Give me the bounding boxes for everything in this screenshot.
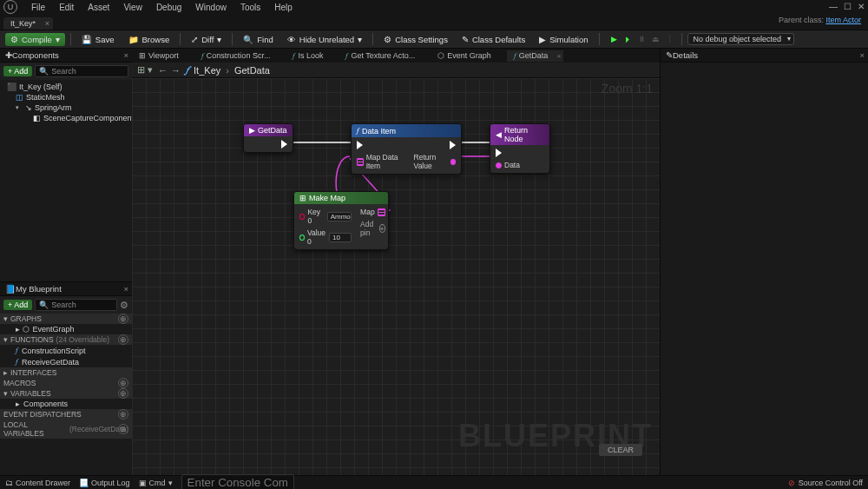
add-blueprint-button[interactable]: + Add (3, 300, 32, 310)
add-variable-icon[interactable]: ⊕ (118, 388, 128, 399)
gear-icon[interactable]: ⚙ (120, 300, 128, 311)
zoom-indicator: Zoom 1:1 (602, 82, 653, 96)
return-value-pin[interactable]: Return Value (414, 153, 456, 170)
key0-input[interactable]: Ammo (327, 212, 352, 221)
menu-debug[interactable]: Debug (149, 3, 188, 12)
component-static-mesh[interactable]: ◫ StaticMesh (0, 92, 132, 102)
component-root[interactable]: ⬛ It_Key (Self) (0, 82, 132, 92)
play-options-button[interactable]: ⋮ (664, 33, 676, 45)
close-icon[interactable]: × (123, 50, 128, 60)
debug-object-selector[interactable]: No debug object selected (687, 33, 795, 45)
save-button[interactable]: 💾 Save (76, 33, 120, 46)
main-toolbar: ⚙ Compile ▾ 💾 Save 📁 Browse ⤢ Diff ▾ 🔍 F… (0, 30, 868, 49)
add-macro-icon[interactable]: ⊕ (118, 378, 128, 388)
details-panel-header: ✎ Details × (661, 49, 868, 63)
event-dispatchers-section[interactable]: Event Dispatchers⊕ (0, 409, 132, 420)
my-blueprint-title: My Blueprint (16, 284, 62, 294)
nav-back-button[interactable]: ← (158, 65, 168, 76)
exec-in-pin[interactable] (357, 141, 405, 149)
browse-button[interactable]: 📁 Browse (123, 33, 175, 46)
components-search[interactable]: 🔍 Search (35, 65, 128, 77)
play-step-button[interactable]: ⏵ (622, 33, 635, 45)
event-graph-item[interactable]: ▸ ⬡ EventGraph (0, 324, 132, 334)
class-settings-button[interactable]: ⚙ Class Settings (378, 33, 453, 46)
clear-button[interactable]: CLEAR (599, 444, 642, 456)
close-icon[interactable]: × (557, 52, 562, 60)
component-scene-capture[interactable]: ◧ SceneCaptureComponent2D (0, 113, 132, 123)
output-log-button[interactable]: 📃 Output Log (79, 479, 130, 487)
menu-help[interactable]: Help (267, 3, 299, 12)
add-pin-button[interactable]: Add pin+ (360, 220, 385, 237)
value0-pin[interactable]: Value 0 10 (299, 228, 352, 246)
document-tab[interactable]: It_Key* × (3, 17, 53, 30)
exec-out-pin[interactable] (450, 141, 456, 149)
menu-tools[interactable]: Tools (233, 3, 267, 12)
close-icon[interactable]: × (123, 284, 128, 294)
find-button[interactable]: 🔍 Find (238, 33, 278, 46)
exec-in-pin[interactable] (496, 149, 520, 157)
breadcrumb-function[interactable]: GetData (234, 65, 270, 76)
menu-edit[interactable]: Edit (52, 3, 81, 12)
grid-icon[interactable]: ⊞ ▾ (137, 64, 153, 76)
tab-is-look[interactable]: 𝑓 Is Look (286, 50, 339, 62)
close-icon[interactable]: × (45, 19, 49, 28)
map-data-item-pin[interactable]: Map Data Item (357, 153, 405, 170)
menu-asset[interactable]: Asset (81, 3, 116, 12)
class-defaults-button[interactable]: ✎ Class Defaults (457, 33, 530, 46)
breadcrumb-bar: ⊞ ▾ ← → 𝑓 It_Key › GetData (132, 63, 660, 78)
add-local-var-icon[interactable]: ⊕ (118, 424, 128, 434)
macros-section[interactable]: Macros⊕ (0, 378, 132, 388)
simulation-button[interactable]: ▶ Simulation (534, 33, 593, 46)
receive-get-data-item[interactable]: 𝑓 ReceiveGetData (0, 356, 132, 367)
component-spring-arm[interactable]: ▾↘ SpringArm (0, 102, 132, 113)
content-drawer-button[interactable]: 🗂 Content Drawer (5, 479, 70, 487)
interfaces-section[interactable]: ▸ Interfaces (0, 367, 132, 378)
graph-canvas[interactable]: Zoom 1:1 BLUEPRINT ▶ GetData (132, 78, 660, 480)
play-button[interactable]: ▶ (608, 33, 621, 45)
local-variables-section[interactable]: Local Variables (ReceiveGetData)⊕ (0, 420, 132, 439)
tab-get-texture-actor[interactable]: 𝑓 Get Texture Acto... (339, 50, 431, 62)
node-make-map[interactable]: ⊞ Make Map Key 0 Ammo Value 0 10 Map Add… (293, 191, 389, 250)
tab-viewport[interactable]: ⊞ Viewport (132, 50, 194, 61)
tab-construction-script[interactable]: 𝑓 Construction Scr... (194, 50, 286, 62)
construction-script-item[interactable]: 𝑓 ConstructionScript (0, 345, 132, 356)
close-button[interactable]: ✕ (854, 0, 868, 12)
data-pin[interactable]: Data (496, 161, 520, 169)
map-out-pin[interactable]: Map (360, 208, 385, 216)
exec-out-pin[interactable] (281, 140, 287, 149)
pause-button[interactable]: ⏸ (636, 33, 648, 45)
breadcrumb-asset[interactable]: It_Key (194, 65, 220, 76)
add-component-button[interactable]: + Add (3, 66, 32, 76)
menu-window[interactable]: Window (188, 3, 233, 12)
value0-input[interactable]: 10 (329, 233, 352, 242)
node-data-item[interactable]: 𝑓 Data Item Map Data Item Return Value (351, 123, 462, 175)
variables-section[interactable]: ▾ Variables⊕ (0, 388, 132, 399)
functions-section[interactable]: ▾ Functions (24 Overridable)⊕ (0, 334, 132, 345)
parent-class-link[interactable]: Item Actor (825, 16, 861, 24)
maximize-button[interactable]: ☐ (840, 0, 854, 12)
tab-get-data[interactable]: 𝑓 GetData× (507, 50, 564, 62)
hide-unrelated-button[interactable]: 👁 Hide Unrelated ▾ (282, 33, 367, 46)
add-dispatcher-icon[interactable]: ⊕ (118, 409, 128, 420)
diff-button[interactable]: ⤢ Diff ▾ (186, 33, 227, 46)
stop-button[interactable]: ⏏ (650, 33, 662, 45)
source-control-button[interactable]: ⊘Source Control Off (788, 479, 863, 487)
key0-pin[interactable]: Key 0 Ammo (299, 208, 352, 225)
compile-button[interactable]: ⚙ Compile ▾ (5, 33, 65, 46)
node-return[interactable]: ◀ Return Node Data (490, 123, 550, 174)
add-function-icon[interactable]: ⊕ (118, 334, 128, 345)
close-icon[interactable]: × (859, 50, 865, 60)
add-graph-icon[interactable]: ⊕ (118, 314, 128, 324)
graphs-section[interactable]: ▾ Graphs⊕ (0, 314, 132, 324)
menu-file[interactable]: File (24, 3, 52, 12)
node-getdata-entry[interactable]: ▶ GetData (243, 123, 293, 153)
my-blueprint-search[interactable]: 🔍 Search (35, 299, 117, 311)
components-variable[interactable]: ▸ Components (0, 399, 132, 409)
cmd-dropdown[interactable]: ▣ Cmd ▾ (139, 479, 173, 487)
nav-fwd-button[interactable]: → (171, 65, 181, 76)
document-tab-label: It_Key* (10, 19, 36, 28)
menu-view[interactable]: View (116, 3, 149, 12)
tab-event-graph[interactable]: ⬡ Event Graph (431, 50, 507, 61)
console-command-input[interactable] (181, 474, 294, 489)
minimize-button[interactable]: — (826, 0, 840, 12)
